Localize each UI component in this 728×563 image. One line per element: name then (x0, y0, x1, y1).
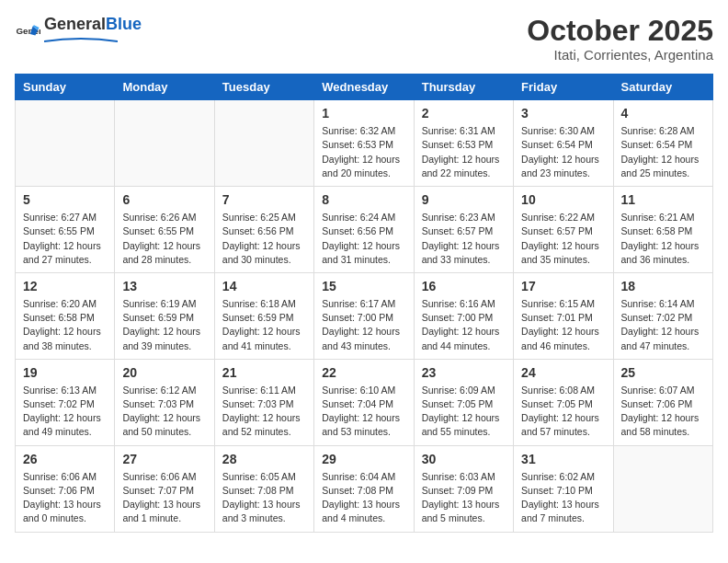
weekday-header-saturday: Saturday (613, 75, 712, 100)
logo-swoosh (44, 34, 118, 49)
calendar-cell: 30Sunrise: 6:03 AM Sunset: 7:09 PM Dayli… (414, 445, 513, 532)
page-title: October 2025 (527, 15, 713, 47)
day-number: 13 (122, 279, 206, 293)
logo-icon: General (15, 21, 40, 47)
day-info: Sunrise: 6:32 AM Sunset: 6:53 PM Dayligh… (322, 124, 405, 180)
day-number: 9 (422, 192, 506, 207)
day-info: Sunrise: 6:16 AM Sunset: 7:00 PM Dayligh… (422, 297, 506, 353)
day-info: Sunrise: 6:28 AM Sunset: 6:54 PM Dayligh… (621, 124, 705, 180)
calendar-cell: 18Sunrise: 6:14 AM Sunset: 7:02 PM Dayli… (613, 272, 712, 359)
calendar-cell: 16Sunrise: 6:16 AM Sunset: 7:00 PM Dayli… (414, 272, 513, 359)
calendar-cell (16, 100, 115, 187)
week-row-4: 19Sunrise: 6:13 AM Sunset: 7:02 PM Dayli… (16, 359, 713, 445)
day-number: 25 (621, 365, 705, 380)
day-info: Sunrise: 6:07 AM Sunset: 7:06 PM Dayligh… (621, 384, 705, 440)
day-number: 18 (621, 279, 705, 293)
day-info: Sunrise: 6:19 AM Sunset: 6:59 PM Dayligh… (122, 297, 206, 353)
calendar-cell: 21Sunrise: 6:11 AM Sunset: 7:03 PM Dayli… (214, 359, 313, 445)
calendar-cell: 23Sunrise: 6:09 AM Sunset: 7:05 PM Dayli… (414, 359, 513, 445)
weekday-header-tuesday: Tuesday (214, 75, 313, 100)
title-block: October 2025 Itati, Corrientes, Argentin… (527, 15, 713, 63)
day-number: 4 (621, 106, 705, 121)
calendar-cell (613, 445, 712, 532)
day-info: Sunrise: 6:08 AM Sunset: 7:05 PM Dayligh… (521, 384, 605, 440)
day-number: 17 (521, 279, 605, 293)
day-number: 20 (122, 365, 206, 380)
week-row-5: 26Sunrise: 6:06 AM Sunset: 7:06 PM Dayli… (16, 445, 713, 532)
logo-general: General (44, 15, 106, 34)
calendar-cell: 22Sunrise: 6:10 AM Sunset: 7:04 PM Dayli… (314, 359, 414, 445)
day-number: 29 (322, 452, 405, 466)
day-number: 26 (23, 452, 107, 466)
calendar-cell (214, 100, 313, 187)
day-info: Sunrise: 6:26 AM Sunset: 6:55 PM Dayligh… (122, 211, 206, 267)
day-info: Sunrise: 6:05 AM Sunset: 7:08 PM Dayligh… (222, 470, 306, 526)
day-number: 7 (222, 192, 306, 207)
calendar-cell: 27Sunrise: 6:06 AM Sunset: 7:07 PM Dayli… (115, 445, 214, 532)
day-info: Sunrise: 6:23 AM Sunset: 6:57 PM Dayligh… (422, 211, 506, 267)
calendar-cell: 5Sunrise: 6:27 AM Sunset: 6:55 PM Daylig… (16, 187, 115, 273)
day-number: 19 (23, 365, 107, 380)
calendar-cell: 17Sunrise: 6:15 AM Sunset: 7:01 PM Dayli… (514, 272, 613, 359)
logo: General GeneralBlue (15, 15, 142, 52)
day-number: 23 (422, 365, 506, 380)
day-number: 8 (322, 192, 405, 207)
day-info: Sunrise: 6:06 AM Sunset: 7:06 PM Dayligh… (23, 470, 107, 526)
page-subtitle: Itati, Corrientes, Argentina (527, 47, 713, 63)
day-number: 14 (222, 279, 306, 293)
calendar-cell: 2Sunrise: 6:31 AM Sunset: 6:53 PM Daylig… (414, 100, 513, 187)
page-header: General GeneralBlue October 2025 Itati, … (15, 15, 713, 63)
calendar-cell: 28Sunrise: 6:05 AM Sunset: 7:08 PM Dayli… (214, 445, 313, 532)
day-number: 22 (322, 365, 405, 380)
day-info: Sunrise: 6:15 AM Sunset: 7:01 PM Dayligh… (521, 297, 605, 353)
calendar-cell: 8Sunrise: 6:24 AM Sunset: 6:56 PM Daylig… (314, 187, 414, 273)
day-info: Sunrise: 6:20 AM Sunset: 6:58 PM Dayligh… (23, 297, 107, 353)
day-number: 16 (422, 279, 506, 293)
calendar-cell: 29Sunrise: 6:04 AM Sunset: 7:08 PM Dayli… (314, 445, 414, 532)
weekday-header-friday: Friday (514, 75, 613, 100)
calendar-cell: 24Sunrise: 6:08 AM Sunset: 7:05 PM Dayli… (514, 359, 613, 445)
day-number: 30 (422, 452, 506, 466)
week-row-2: 5Sunrise: 6:27 AM Sunset: 6:55 PM Daylig… (16, 187, 713, 273)
calendar-table: SundayMondayTuesdayWednesdayThursdayFrid… (15, 74, 713, 532)
calendar-cell: 14Sunrise: 6:18 AM Sunset: 6:59 PM Dayli… (214, 272, 313, 359)
calendar-cell (115, 100, 214, 187)
day-number: 27 (122, 452, 206, 466)
calendar-cell: 3Sunrise: 6:30 AM Sunset: 6:54 PM Daylig… (514, 100, 613, 187)
day-number: 15 (322, 279, 405, 293)
day-info: Sunrise: 6:04 AM Sunset: 7:08 PM Dayligh… (322, 470, 405, 526)
day-info: Sunrise: 6:06 AM Sunset: 7:07 PM Dayligh… (122, 470, 206, 526)
calendar-cell: 13Sunrise: 6:19 AM Sunset: 6:59 PM Dayli… (115, 272, 214, 359)
calendar-cell: 1Sunrise: 6:32 AM Sunset: 6:53 PM Daylig… (314, 100, 414, 187)
calendar-cell: 20Sunrise: 6:12 AM Sunset: 7:03 PM Dayli… (115, 359, 214, 445)
day-info: Sunrise: 6:21 AM Sunset: 6:58 PM Dayligh… (621, 211, 705, 267)
logo-blue: Blue (106, 15, 142, 34)
day-info: Sunrise: 6:27 AM Sunset: 6:55 PM Dayligh… (23, 211, 107, 267)
day-number: 21 (222, 365, 306, 380)
weekday-header-row: SundayMondayTuesdayWednesdayThursdayFrid… (16, 75, 713, 100)
weekday-header-monday: Monday (115, 75, 214, 100)
day-info: Sunrise: 6:31 AM Sunset: 6:53 PM Dayligh… (422, 124, 506, 180)
calendar-cell: 11Sunrise: 6:21 AM Sunset: 6:58 PM Dayli… (613, 187, 712, 273)
day-info: Sunrise: 6:02 AM Sunset: 7:10 PM Dayligh… (521, 470, 605, 526)
day-info: Sunrise: 6:18 AM Sunset: 6:59 PM Dayligh… (222, 297, 306, 353)
day-info: Sunrise: 6:17 AM Sunset: 7:00 PM Dayligh… (322, 297, 405, 353)
day-number: 31 (521, 452, 605, 466)
day-info: Sunrise: 6:13 AM Sunset: 7:02 PM Dayligh… (23, 384, 107, 440)
day-info: Sunrise: 6:10 AM Sunset: 7:04 PM Dayligh… (322, 384, 405, 440)
day-info: Sunrise: 6:14 AM Sunset: 7:02 PM Dayligh… (621, 297, 705, 353)
day-number: 5 (23, 192, 107, 207)
day-info: Sunrise: 6:22 AM Sunset: 6:57 PM Dayligh… (521, 211, 605, 267)
day-info: Sunrise: 6:30 AM Sunset: 6:54 PM Dayligh… (521, 124, 605, 180)
day-info: Sunrise: 6:09 AM Sunset: 7:05 PM Dayligh… (422, 384, 506, 440)
day-info: Sunrise: 6:12 AM Sunset: 7:03 PM Dayligh… (122, 384, 206, 440)
weekday-header-wednesday: Wednesday (314, 75, 414, 100)
day-number: 10 (521, 192, 605, 207)
week-row-3: 12Sunrise: 6:20 AM Sunset: 6:58 PM Dayli… (16, 272, 713, 359)
calendar-cell: 19Sunrise: 6:13 AM Sunset: 7:02 PM Dayli… (16, 359, 115, 445)
calendar-cell: 15Sunrise: 6:17 AM Sunset: 7:00 PM Dayli… (314, 272, 414, 359)
day-number: 2 (422, 106, 506, 121)
weekday-header-thursday: Thursday (414, 75, 513, 100)
calendar-cell: 6Sunrise: 6:26 AM Sunset: 6:55 PM Daylig… (115, 187, 214, 273)
calendar-cell: 4Sunrise: 6:28 AM Sunset: 6:54 PM Daylig… (613, 100, 712, 187)
